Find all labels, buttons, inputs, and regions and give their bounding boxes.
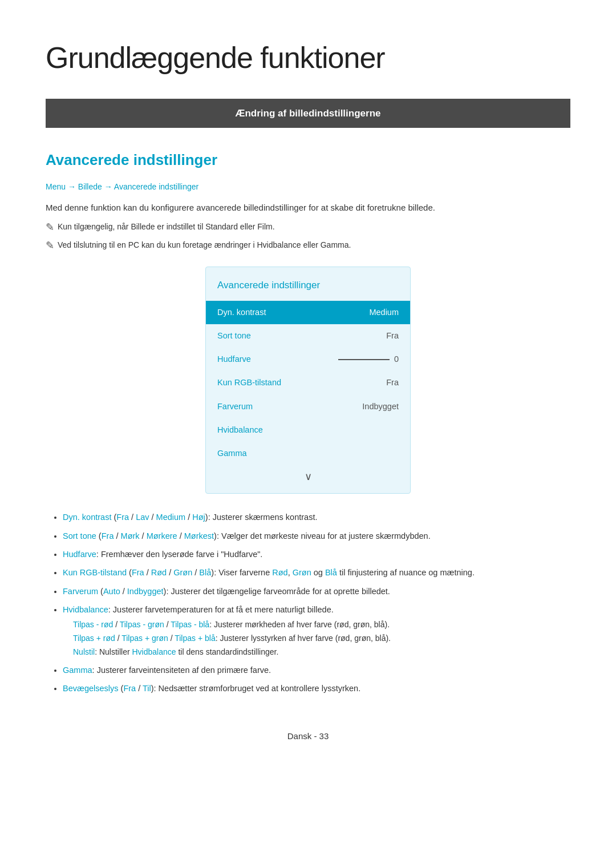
bullet-list: Dyn. kontrast (Fra / Lav / Medium / Høj)… <box>46 511 570 695</box>
menu-label-farverum: Farverum <box>217 400 253 413</box>
link-bla-color[interactable]: Blå <box>325 568 337 577</box>
breadcrumb: Menu → Billede → Avancerede indstillinge… <box>46 180 570 193</box>
menu-label-gamma: Gamma <box>217 447 247 460</box>
link-hvidbalance[interactable]: Hvidbalance <box>63 605 108 614</box>
link-bla[interactable]: Blå <box>199 568 211 577</box>
hvidbalance-sub-3: Nulstil: Nulstiller Hvidbalance til dens… <box>73 646 570 658</box>
menu-label-hudfarve: Hudfarve <box>217 353 251 366</box>
link-gron-color[interactable]: Grøn <box>293 568 311 577</box>
menu-value-dyn-kontrast: Medium <box>369 306 399 319</box>
menu-panel-title: Avancerede indstillinger <box>206 277 410 301</box>
note-icon-1: ✎ <box>46 220 54 235</box>
link-bevaegelseslys[interactable]: Bevægelseslys <box>63 684 119 693</box>
link-hvidbalance-sub[interactable]: Hvidbalance <box>132 647 176 656</box>
link-hudfarve[interactable]: Hudfarve <box>63 550 96 559</box>
menu-item-sort-tone[interactable]: Sort tone Fra <box>206 324 410 348</box>
link-rod-color[interactable]: Rød <box>272 568 287 577</box>
note-1: ✎ Kun tilgængelig, når Billede er indsti… <box>46 220 570 235</box>
list-item-kun-rgb: Kun RGB-tilstand (Fra / Rød / Grøn / Blå… <box>63 566 570 579</box>
list-item-hvidbalance: Hvidbalance: Justerer farvetemperaturen … <box>63 603 570 658</box>
link-medium[interactable]: Medium <box>156 513 186 522</box>
link-morkere[interactable]: Mørkere <box>147 531 177 541</box>
menu-slider-hudfarve: 0 <box>338 353 399 366</box>
link-rod[interactable]: Rød <box>151 568 167 577</box>
note1-link-billede[interactable]: Billede <box>131 222 155 231</box>
note1-link-film[interactable]: Film <box>257 222 272 231</box>
link-gamma[interactable]: Gamma <box>63 666 92 675</box>
link-fra-1[interactable]: Fra <box>116 513 129 522</box>
menu-label-hvidbalance: Hvidbalance <box>217 424 263 437</box>
breadcrumb-billede[interactable]: Billede <box>78 182 102 191</box>
note-text-1: Kun tilgængelig, når Billede er indstill… <box>58 220 275 233</box>
menu-panel: Avancerede indstillinger Dyn. kontrast M… <box>205 267 411 494</box>
note-2: ✎ Ved tilslutning til en PC kan du kun f… <box>46 239 570 253</box>
link-tilpas-gron-plus[interactable]: Tilpas + grøn <box>121 634 168 643</box>
menu-chevron: ∨ <box>206 465 410 487</box>
note1-link-standard[interactable]: Standard <box>205 222 238 231</box>
menu-value-farverum: Indbygget <box>362 400 399 413</box>
hvidbalance-sub-1: Tilpas - rød / Tilpas - grøn / Tilpas - … <box>73 619 570 631</box>
menu-value-hudfarve: 0 <box>394 353 399 366</box>
note-text-2: Ved tilslutning til en PC kan du kun for… <box>58 239 351 251</box>
link-hoj[interactable]: Høj <box>192 513 205 522</box>
menu-item-farverum[interactable]: Farverum Indbygget <box>206 395 410 418</box>
page-footer: Dansk - 33 <box>46 729 570 743</box>
list-item-hudfarve: Hudfarve: Fremhæver den lyserøde farve i… <box>63 548 570 560</box>
subsection-title: Avancerede indstillinger <box>46 148 570 172</box>
link-indbygget[interactable]: Indbygget <box>127 587 164 596</box>
link-gron[interactable]: Grøn <box>173 568 192 577</box>
link-sort-tone[interactable]: Sort tone <box>63 531 96 541</box>
note-icon-2: ✎ <box>46 239 54 253</box>
list-item-dyn-kontrast: Dyn. kontrast (Fra / Lav / Medium / Høj)… <box>63 511 570 523</box>
link-fra-3[interactable]: Fra <box>132 568 144 577</box>
menu-value-sort-tone: Fra <box>386 329 399 342</box>
link-tilpas-gron-minus[interactable]: Tilpas - grøn <box>120 620 164 629</box>
list-item-sort-tone: Sort tone (Fra / Mørk / Mørkere / Mørkes… <box>63 530 570 542</box>
list-item-bevaegelseslys: Bevægelseslys (Fra / Til): Nedsætter str… <box>63 682 570 695</box>
menu-value-kun-rgb: Fra <box>386 376 399 389</box>
list-item-gamma: Gamma: Justerer farveintensiteten af den… <box>63 664 570 676</box>
menu-label-dyn-kontrast: Dyn. kontrast <box>217 306 266 319</box>
link-kun-rgb[interactable]: Kun RGB-tilstand <box>63 568 127 577</box>
note2-link-gamma[interactable]: Gamma <box>321 240 349 249</box>
breadcrumb-avancerede[interactable]: Avancerede indstillinger <box>114 182 198 191</box>
menu-item-hvidbalance[interactable]: Hvidbalance <box>206 418 410 442</box>
link-auto[interactable]: Auto <box>103 587 120 596</box>
section-header: Ændring af billedindstillingerne <box>46 99 570 128</box>
link-tilpas-rod-plus[interactable]: Tilpas + rød <box>73 634 115 643</box>
link-nulstil[interactable]: Nulstil <box>73 647 95 656</box>
link-farverum[interactable]: Farverum <box>63 587 98 596</box>
menu-item-kun-rgb[interactable]: Kun RGB-tilstand Fra <box>206 371 410 394</box>
list-item-farverum: Farverum (Auto / Indbygget): Justerer de… <box>63 585 570 598</box>
slider-line <box>338 359 390 360</box>
link-fra-4[interactable]: Fra <box>123 684 136 693</box>
menu-label-sort-tone: Sort tone <box>217 329 251 342</box>
page-title: Grundlæggende funktioner <box>46 34 570 82</box>
menu-item-gamma[interactable]: Gamma <box>206 442 410 465</box>
link-dyn-kontrast[interactable]: Dyn. kontrast <box>63 513 111 522</box>
link-tilpas-bla-minus[interactable]: Tilpas - blå <box>171 620 209 629</box>
note2-link-hvidbalance[interactable]: Hvidbalance <box>257 240 301 249</box>
intro-text: Med denne funktion kan du konfigurere av… <box>46 201 570 215</box>
menu-item-hudfarve[interactable]: Hudfarve 0 <box>206 348 410 371</box>
menu-item-dyn-kontrast[interactable]: Dyn. kontrast Medium <box>206 301 410 324</box>
link-lav[interactable]: Lav <box>136 513 149 522</box>
link-morkest[interactable]: Mørkest <box>184 531 214 541</box>
link-til[interactable]: Til <box>143 684 151 693</box>
hvidbalance-sub-2: Tilpas + rød / Tilpas + grøn / Tilpas + … <box>73 632 570 644</box>
breadcrumb-menu[interactable]: Menu <box>46 182 66 191</box>
link-tilpas-rod-minus[interactable]: Tilpas - rød <box>73 620 113 629</box>
link-mork[interactable]: Mørk <box>121 531 140 541</box>
link-tilpas-bla-plus[interactable]: Tilpas + blå <box>175 634 215 643</box>
link-fra-2[interactable]: Fra <box>102 531 114 541</box>
hvidbalance-sub: Tilpas - rød / Tilpas - grøn / Tilpas - … <box>63 619 570 658</box>
menu-label-kun-rgb: Kun RGB-tilstand <box>217 376 281 389</box>
